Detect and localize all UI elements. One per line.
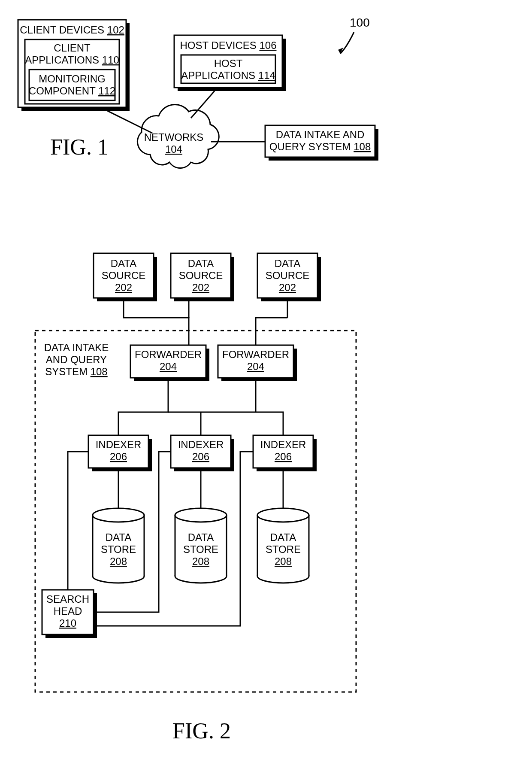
ds3-ref: 202 <box>279 282 296 293</box>
sh-ref: 210 <box>59 617 76 629</box>
dstore2-l1: DATA <box>188 531 214 543</box>
data-store-1: DATA STORE 208 <box>93 508 144 583</box>
data-source-box-2: DATA SOURCE 202 <box>171 253 234 301</box>
dstore2-l2: STORE <box>183 543 218 555</box>
svg-text:CLIENT DEVICES 102: CLIENT DEVICES 102 <box>20 24 124 36</box>
ds1-ref: 202 <box>115 282 132 293</box>
diq-label-l1: DATA INTAKE AND <box>276 129 365 140</box>
svg-text:APPLICATIONS 110: APPLICATIONS 110 <box>25 54 119 66</box>
dstore2-ref: 208 <box>192 555 209 567</box>
idx1-ref: 206 <box>110 451 127 462</box>
networks-cloud: NETWORKS 104 <box>137 105 219 168</box>
dstore3-l2: STORE <box>266 543 301 555</box>
client-devices-ref: 102 <box>107 24 124 36</box>
client-applications-label-l1: CLIENT <box>54 42 91 54</box>
client-applications-ref: 110 <box>102 54 119 66</box>
fig2-caption: FIG. 2 <box>172 719 231 743</box>
networks-label: NETWORKS <box>144 131 204 143</box>
dstore3-l1: DATA <box>270 531 296 543</box>
ds2-ref: 202 <box>192 282 209 293</box>
ref-overall: 100 <box>350 16 370 29</box>
host-applications-box: HOST APPLICATIONS 114 <box>181 55 275 83</box>
host-apps-ref: 114 <box>258 70 275 81</box>
line-ds-fwd-3b <box>256 318 287 345</box>
sys-l3: SYSTEM <box>45 366 88 377</box>
sh-l1: SEARCH <box>46 593 89 605</box>
line-sh-idx1 <box>68 452 88 590</box>
monitoring-component-box: MONITORING COMPONENT 112 <box>29 70 115 100</box>
forwarder-box-2: FORWARDER 204 <box>218 345 297 381</box>
diq-label-l2: QUERY SYSTEM <box>269 141 351 152</box>
idx2-l: INDEXER <box>178 439 224 450</box>
sys-ref: 108 <box>91 366 108 377</box>
sys-l2: AND QUERY <box>46 354 107 365</box>
dstore1-ref: 208 <box>110 555 127 567</box>
dstore1-l1: DATA <box>106 531 131 543</box>
idx1-l: INDEXER <box>96 439 142 450</box>
indexer-box-3: INDEXER 206 <box>253 435 317 471</box>
svg-text:COMPONENT 112: COMPONENT 112 <box>29 85 115 97</box>
idx3-l: INDEXER <box>260 439 306 450</box>
data-source-box-3: DATA SOURCE 202 <box>257 253 321 301</box>
svg-text:HOST DEVICES 106: HOST DEVICES 106 <box>180 39 277 51</box>
indexer-box-2: INDEXER 206 <box>171 435 234 471</box>
svg-text:QUERY SYSTEM 108: QUERY SYSTEM 108 <box>269 141 371 152</box>
idx2-ref: 206 <box>192 451 209 462</box>
svg-text:APPLICATIONS 114: APPLICATIONS 114 <box>181 70 275 81</box>
host-apps-label-l1: HOST <box>214 58 243 69</box>
ds2-l1: DATA <box>188 258 214 269</box>
dstore1-l2: STORE <box>101 543 136 555</box>
client-applications-label-l2: APPLICATIONS <box>25 54 99 66</box>
networks-ref: 104 <box>165 143 182 155</box>
diq-box: DATA INTAKE AND QUERY SYSTEM 108 <box>265 125 378 161</box>
data-source-box-1: DATA SOURCE 202 <box>94 253 157 301</box>
svg-point-46 <box>257 508 309 522</box>
fwd2-ref: 204 <box>247 361 264 372</box>
idx3-ref: 206 <box>275 451 292 462</box>
line-fwd-idx-2 <box>168 412 283 435</box>
fig1-caption: FIG. 1 <box>50 135 109 159</box>
fwd1-l: FORWARDER <box>135 349 202 360</box>
fwd1-ref: 204 <box>160 361 177 372</box>
dstore3-ref: 208 <box>275 555 292 567</box>
indexer-box-1: INDEXER 206 <box>88 435 152 471</box>
sys-l1: DATA INTAKE <box>44 342 109 353</box>
svg-text:SYSTEM 108: SYSTEM 108 <box>45 366 107 377</box>
data-store-3: DATA STORE 208 <box>257 508 309 583</box>
monitoring-label-l1: MONITORING <box>39 73 106 85</box>
ds3-l2: SOURCE <box>266 270 310 281</box>
svg-point-41 <box>175 508 227 522</box>
line-ds-fwd-1 <box>124 301 189 345</box>
svg-point-36 <box>93 508 144 522</box>
host-devices-label: HOST DEVICES <box>180 39 257 51</box>
ds2-l2: SOURCE <box>179 270 223 281</box>
sh-l2: HEAD <box>54 605 82 617</box>
forwarder-box-1: FORWARDER 204 <box>130 345 209 381</box>
host-devices-ref: 106 <box>259 39 276 51</box>
search-head-box: SEARCH HEAD 210 <box>42 590 97 638</box>
data-store-2: DATA STORE 208 <box>175 508 227 583</box>
ds1-l1: DATA <box>111 258 136 269</box>
line-fwd-idx-1 <box>118 381 168 435</box>
client-devices-label: CLIENT DEVICES <box>20 24 104 36</box>
host-apps-label-l2: APPLICATIONS <box>181 70 255 81</box>
monitoring-label-l2: COMPONENT <box>29 85 96 97</box>
fwd2-l: FORWARDER <box>222 349 289 360</box>
ref-arrow-curve <box>340 32 354 54</box>
diq-ref: 108 <box>354 141 371 152</box>
monitoring-ref: 112 <box>98 85 115 97</box>
ds3-l1: DATA <box>275 258 300 269</box>
ds1-l2: SOURCE <box>102 270 146 281</box>
